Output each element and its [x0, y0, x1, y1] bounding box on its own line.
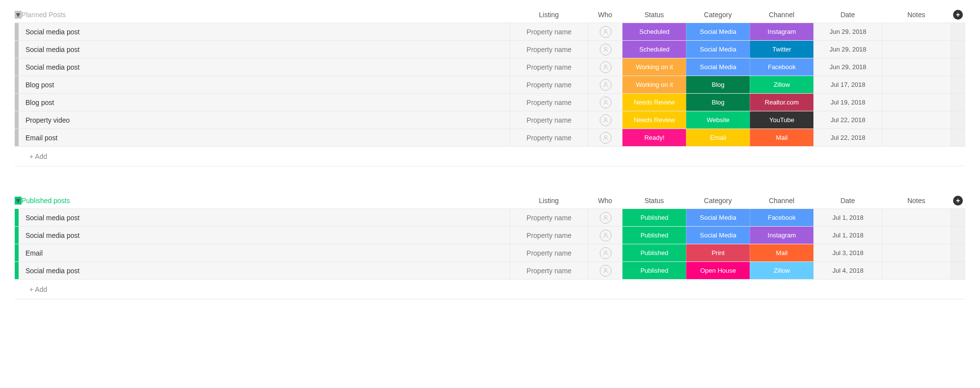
row-title[interactable]: Blog post — [19, 76, 510, 93]
date-cell[interactable]: Jul 22, 2018 — [813, 111, 882, 129]
category-tag[interactable]: Open House — [686, 262, 750, 279]
table-row[interactable]: Social media postProperty nameScheduledS… — [15, 41, 965, 58]
channel-tag[interactable]: Twitter — [750, 41, 813, 58]
column-header-listing[interactable]: Listing — [510, 10, 588, 20]
status-tag[interactable]: Scheduled — [622, 41, 686, 58]
status-tag[interactable]: Needs Review — [622, 111, 686, 129]
date-cell[interactable]: Jul 1, 2018 — [813, 227, 882, 244]
add-column-button[interactable]: + — [953, 10, 963, 20]
column-header-channel[interactable]: Channel — [750, 10, 813, 20]
column-header-category[interactable]: Category — [686, 10, 750, 20]
status-tag[interactable]: Published — [622, 262, 686, 279]
column-header-notes[interactable]: Notes — [882, 196, 951, 206]
row-title[interactable]: Email post — [19, 129, 510, 146]
table-row[interactable]: Email postProperty nameReady!EmailMailJu… — [15, 129, 965, 147]
date-cell[interactable]: Jun 29, 2018 — [813, 58, 882, 76]
column-header-category[interactable]: Category — [686, 196, 750, 206]
notes-cell[interactable] — [882, 58, 951, 76]
who-cell[interactable] — [588, 244, 622, 261]
table-row[interactable]: Social media postProperty namePublishedS… — [15, 209, 965, 227]
who-cell[interactable] — [588, 227, 622, 244]
group-collapse-toggle[interactable]: ▼ — [15, 197, 22, 205]
column-header-listing[interactable]: Listing — [510, 196, 588, 206]
status-tag[interactable]: Ready! — [622, 129, 686, 146]
channel-tag[interactable]: Instagram — [750, 227, 813, 244]
category-tag[interactable]: Social Media — [686, 41, 750, 58]
column-header-status[interactable]: Status — [622, 10, 686, 20]
channel-tag[interactable]: Instagram — [750, 23, 813, 40]
listing-cell[interactable]: Property name — [510, 58, 588, 76]
category-tag[interactable]: Social Media — [686, 209, 750, 226]
channel-tag[interactable]: Realtor.com — [750, 94, 813, 111]
notes-cell[interactable] — [882, 129, 951, 146]
date-cell[interactable]: Jul 3, 2018 — [813, 244, 882, 261]
listing-cell[interactable]: Property name — [510, 76, 588, 93]
group-title[interactable]: Published posts — [22, 197, 70, 205]
table-row[interactable]: Blog postProperty nameNeeds ReviewBlogRe… — [15, 94, 965, 111]
who-cell[interactable] — [588, 129, 622, 146]
who-cell[interactable] — [588, 41, 622, 58]
row-title[interactable]: Social media post — [19, 41, 510, 58]
notes-cell[interactable] — [882, 227, 951, 244]
channel-tag[interactable]: Zillow — [750, 262, 813, 279]
status-tag[interactable]: Working on it — [622, 58, 686, 76]
row-title[interactable]: Social media post — [19, 58, 510, 76]
listing-cell[interactable]: Property name — [510, 23, 588, 40]
status-tag[interactable]: Published — [622, 209, 686, 226]
status-tag[interactable]: Scheduled — [622, 23, 686, 40]
row-title[interactable]: Email — [19, 244, 510, 261]
column-header-who[interactable]: Who — [588, 196, 622, 206]
column-header-who[interactable]: Who — [588, 10, 622, 20]
status-tag[interactable]: Needs Review — [622, 94, 686, 111]
who-cell[interactable] — [588, 58, 622, 76]
column-header-date[interactable]: Date — [813, 196, 882, 206]
category-tag[interactable]: Print — [686, 244, 750, 261]
notes-cell[interactable] — [882, 23, 951, 40]
table-row[interactable]: Social media postProperty namePublishedS… — [15, 227, 965, 244]
date-cell[interactable]: Jul 4, 2018 — [813, 262, 882, 279]
row-title[interactable]: Social media post — [19, 262, 510, 279]
notes-cell[interactable] — [882, 111, 951, 129]
listing-cell[interactable]: Property name — [510, 41, 588, 58]
notes-cell[interactable] — [882, 244, 951, 261]
channel-tag[interactable]: Mail — [750, 129, 813, 146]
notes-cell[interactable] — [882, 209, 951, 226]
category-tag[interactable]: Social Media — [686, 23, 750, 40]
column-header-status[interactable]: Status — [622, 196, 686, 206]
channel-tag[interactable]: Facebook — [750, 209, 813, 226]
listing-cell[interactable]: Property name — [510, 244, 588, 261]
row-title[interactable]: Social media post — [19, 209, 510, 226]
channel-tag[interactable]: Mail — [750, 244, 813, 261]
column-header-channel[interactable]: Channel — [750, 196, 813, 206]
listing-cell[interactable]: Property name — [510, 94, 588, 111]
date-cell[interactable]: Jun 29, 2018 — [813, 23, 882, 40]
date-cell[interactable]: Jul 17, 2018 — [813, 76, 882, 93]
category-tag[interactable]: Social Media — [686, 58, 750, 76]
status-tag[interactable]: Published — [622, 244, 686, 261]
column-header-date[interactable]: Date — [813, 10, 882, 20]
listing-cell[interactable]: Property name — [510, 227, 588, 244]
channel-tag[interactable]: YouTube — [750, 111, 813, 129]
add-column-button[interactable]: + — [953, 196, 963, 206]
who-cell[interactable] — [588, 94, 622, 111]
who-cell[interactable] — [588, 209, 622, 226]
date-cell[interactable]: Jul 22, 2018 — [813, 129, 882, 146]
status-tag[interactable]: Published — [622, 227, 686, 244]
date-cell[interactable]: Jul 19, 2018 — [813, 94, 882, 111]
add-row[interactable]: + Add — [15, 280, 965, 299]
column-header-notes[interactable]: Notes — [882, 10, 951, 20]
group-collapse-toggle[interactable]: ▼ — [15, 11, 22, 19]
category-tag[interactable]: Social Media — [686, 227, 750, 244]
who-cell[interactable] — [588, 111, 622, 129]
table-row[interactable]: Blog postProperty nameWorking on itBlogZ… — [15, 76, 965, 94]
category-tag[interactable]: Blog — [686, 94, 750, 111]
notes-cell[interactable] — [882, 94, 951, 111]
listing-cell[interactable]: Property name — [510, 111, 588, 129]
row-title[interactable]: Property video — [19, 111, 510, 129]
who-cell[interactable] — [588, 76, 622, 93]
status-tag[interactable]: Working on it — [622, 76, 686, 93]
notes-cell[interactable] — [882, 41, 951, 58]
listing-cell[interactable]: Property name — [510, 209, 588, 226]
channel-tag[interactable]: Facebook — [750, 58, 813, 76]
add-row[interactable]: + Add — [15, 147, 965, 166]
